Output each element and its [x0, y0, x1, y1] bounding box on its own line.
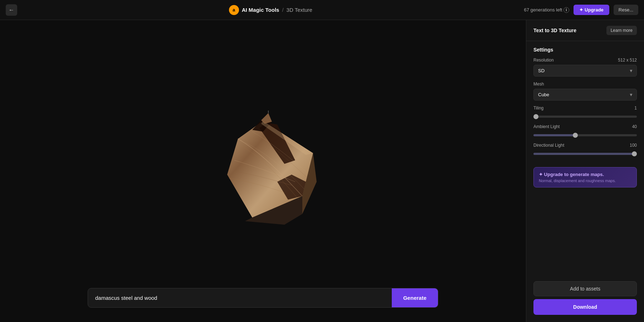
ambient-light-setting: Ambient Light 40	[533, 124, 637, 138]
resolution-dropdown-wrapper: SD HD 2K ▼	[533, 65, 637, 77]
info-icon[interactable]: ℹ	[564, 7, 569, 13]
app-name: AI Magic Tools	[242, 7, 279, 13]
canvas-area: Generate	[0, 20, 526, 322]
mesh-setting: Mesh Cube Sphere Plane Cylinder ▼	[533, 82, 637, 101]
topbar: ← a AI Magic Tools / 3D Texture 67 gener…	[0, 0, 644, 20]
mesh-dropdown[interactable]: Cube Sphere Plane Cylinder	[533, 89, 637, 101]
resolution-setting: Resolution 512 x 512 SD HD 2K ▼	[533, 58, 637, 77]
3d-object	[206, 110, 320, 232]
directional-light-value: 100	[630, 143, 637, 148]
tiling-setting: Tiling 1	[533, 106, 637, 119]
ambient-light-slider[interactable]	[533, 134, 637, 136]
topbar-right: 67 generations left ℹ ✦ Upgrade Rese...	[524, 5, 639, 15]
directional-light-slider[interactable]	[533, 153, 637, 155]
generate-button[interactable]: Generate	[392, 288, 438, 307]
panel-title: Text to 3D Texture	[533, 28, 576, 33]
main-content: Generate Text to 3D Texture Learn more S…	[0, 20, 644, 322]
directional-light-setting: Directional Light 100	[533, 143, 637, 156]
reset-button[interactable]: Rese...	[614, 5, 638, 15]
ambient-light-label: Ambient Light	[533, 124, 560, 129]
tiling-value: 1	[634, 106, 637, 111]
upgrade-banner: ✦ Upgrade to generate maps. Normal, disp…	[533, 167, 637, 187]
resolution-dropdown[interactable]: SD HD 2K	[533, 65, 637, 77]
learn-more-button[interactable]: Learn more	[606, 26, 637, 35]
settings-section: Settings Resolution 512 x 512 SD HD 2K ▼	[526, 41, 644, 167]
breadcrumb-page: 3D Texture	[287, 7, 312, 13]
resolution-value: 512 x 512	[618, 58, 637, 63]
topbar-left: ←	[6, 4, 17, 16]
mesh-label: Mesh	[533, 82, 544, 87]
prompt-bar: Generate	[88, 288, 438, 308]
upgrade-button[interactable]: ✦ Upgrade	[574, 5, 609, 15]
generations-count: 67 generations left ℹ	[524, 7, 570, 13]
back-button[interactable]: ←	[6, 4, 17, 16]
tiling-label: Tiling	[533, 106, 543, 111]
right-panel: Text to 3D Texture Learn more Settings R…	[526, 20, 644, 322]
breadcrumb-separator: /	[282, 7, 283, 13]
action-section: Add to assets Download	[526, 281, 644, 322]
upgrade-banner-desc: Normal, displacement and roughness maps.	[539, 179, 631, 183]
prompt-input[interactable]	[88, 288, 392, 307]
resolution-label: Resolution	[533, 58, 554, 63]
directional-light-label: Directional Light	[533, 143, 564, 148]
avatar: a	[229, 5, 239, 15]
download-button[interactable]: Download	[533, 299, 637, 315]
upgrade-banner-title: ✦ Upgrade to generate maps.	[539, 172, 631, 177]
add-to-assets-button[interactable]: Add to assets	[533, 281, 637, 296]
tiling-slider[interactable]	[533, 116, 637, 118]
panel-header: Text to 3D Texture Learn more	[526, 20, 644, 41]
ambient-light-value: 40	[632, 124, 637, 129]
settings-title: Settings	[533, 47, 637, 53]
topbar-center: a AI Magic Tools / 3D Texture	[17, 5, 524, 15]
mesh-dropdown-wrapper: Cube Sphere Plane Cylinder ▼	[533, 89, 637, 101]
